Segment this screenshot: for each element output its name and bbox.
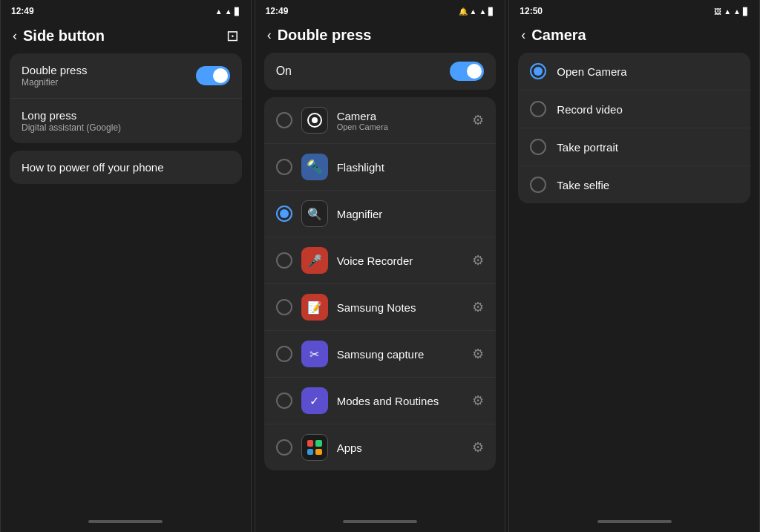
app-flashlight[interactable]: 🔦 Flashlight <box>264 144 497 191</box>
radio-magnifier[interactable] <box>276 206 292 222</box>
home-indicator-3 <box>597 520 672 523</box>
radio-camera[interactable] <box>276 112 292 128</box>
flashlight-icon: 🔦 <box>301 154 328 180</box>
apps-label: Apps <box>337 441 464 454</box>
settings-group-2: How to power off your phone <box>10 151 242 184</box>
grid-1 <box>307 440 314 447</box>
camera-options-group: Open Camera Record video Take portrait T… <box>518 53 750 203</box>
time-3: 12:50 <box>520 6 543 16</box>
status-bar-2: 12:49 🔔 ▲ ▲ ▊ <box>255 0 505 21</box>
radio-take-portrait[interactable] <box>530 139 546 155</box>
back-button-2[interactable]: ‹ <box>267 27 272 43</box>
toggle-knob-1 <box>213 68 228 83</box>
long-press-label: Long press <box>22 109 230 122</box>
camera-gear[interactable]: ⚙ <box>472 112 484 128</box>
notes-icon: 📝 <box>301 294 328 321</box>
app-modes[interactable]: ✓ Modes and Routines ⚙ <box>264 378 497 424</box>
grid-2 <box>315 440 322 447</box>
back-button-3[interactable]: ‹ <box>521 27 525 43</box>
app-notes[interactable]: 📝 Samsung Notes ⚙ <box>264 284 497 331</box>
radio-flashlight[interactable] <box>276 159 292 175</box>
radio-record-video[interactable] <box>530 101 546 117</box>
on-off-label: On <box>276 65 451 78</box>
voice-label: Voice Recorder <box>337 254 464 267</box>
double-press-sub: Magnifier <box>22 77 196 88</box>
radio-modes[interactable] <box>276 393 292 409</box>
camera-label: Camera Open Camera <box>337 110 464 131</box>
double-press-item[interactable]: Double press Magnifier <box>10 53 242 99</box>
bottom-bar-3 <box>509 514 759 532</box>
home-indicator-1 <box>88 520 163 523</box>
modes-label: Modes and Routines <box>337 395 464 407</box>
power-off-label: How to power off your phone <box>22 161 164 174</box>
apps-gear[interactable]: ⚙ <box>472 439 484 456</box>
time-1: 12:49 <box>11 6 34 16</box>
double-press-label: Double press <box>22 64 196 76</box>
camera-icon <box>301 107 328 134</box>
power-off-item[interactable]: How to power off your phone <box>10 151 242 184</box>
screen3-content: Open Camera Record video Take portrait T… <box>509 53 759 514</box>
battery-icon-3: ▊ <box>743 7 749 16</box>
screen-side-button: 12:49 ▲ ▲ ▊ ‹ Side button ⊡ Double press… <box>0 0 252 532</box>
modes-gear[interactable]: ⚙ <box>472 393 484 409</box>
battery-icon-2: ▊ <box>488 7 494 16</box>
signal-icon-2: ▲ <box>470 7 477 16</box>
magnifier-icon: 🔍 <box>301 200 328 227</box>
option-record-video[interactable]: Record video <box>518 91 750 128</box>
double-press-toggle[interactable] <box>196 66 230 85</box>
home-indicator-2 <box>343 520 417 523</box>
long-press-text: Long press Digital assistant (Google) <box>22 109 230 133</box>
radio-capture[interactable] <box>276 346 292 362</box>
radio-voice[interactable] <box>276 252 292 269</box>
screen-camera: 12:50 🖼 ▲ ▲ ▊ ‹ Camera Open Camera Recor… <box>508 0 760 532</box>
app-camera[interactable]: Camera Open Camera ⚙ <box>264 97 497 144</box>
magnifier-label: Magnifier <box>337 208 485 220</box>
modes-sym: ✓ <box>309 394 319 408</box>
radio-take-selfie[interactable] <box>530 177 546 193</box>
wifi-icon: ▲ <box>225 7 232 16</box>
grid-4 <box>315 449 322 456</box>
radio-notes[interactable] <box>276 299 292 315</box>
voice-sym: 🎤 <box>307 254 322 268</box>
notes-gear[interactable]: ⚙ <box>472 299 484 315</box>
screen1-header: ‹ Side button ⊡ <box>1 21 251 53</box>
modes-icon: ✓ <box>301 387 328 414</box>
double-press-text: Double press Magnifier <box>22 64 196 88</box>
flashlight-label: Flashlight <box>337 161 485 174</box>
app-apps[interactable]: Apps ⚙ <box>264 424 497 470</box>
capture-label: Samsung capture <box>337 348 464 361</box>
screen2-header: ‹ Double press <box>255 21 505 53</box>
record-video-label: Record video <box>557 103 622 116</box>
wifi-icon-3: ▲ <box>733 7 741 16</box>
on-off-toggle[interactable] <box>450 62 484 81</box>
app-magnifier[interactable]: 🔍 Magnifier <box>264 191 497 237</box>
option-take-selfie[interactable]: Take selfie <box>518 166 750 203</box>
settings-group-1: Double press Magnifier Long press Digita… <box>10 53 242 143</box>
apps-icon <box>301 434 328 461</box>
status-icons-3: 🖼 ▲ ▲ ▊ <box>714 7 749 16</box>
radio-open-camera-inner <box>534 67 543 76</box>
open-camera-label: Open Camera <box>557 65 626 78</box>
voice-gear[interactable]: ⚙ <box>472 252 484 269</box>
option-open-camera[interactable]: Open Camera <box>518 53 750 91</box>
option-take-portrait[interactable]: Take portrait <box>518 128 750 166</box>
status-bar-1: 12:49 ▲ ▲ ▊ <box>1 0 251 21</box>
scan-icon[interactable]: ⊡ <box>226 27 239 45</box>
take-portrait-label: Take portrait <box>557 141 618 154</box>
radio-open-camera[interactable] <box>530 63 546 79</box>
on-off-row: On <box>264 53 497 90</box>
status-icons-1: ▲ ▲ ▊ <box>215 7 240 16</box>
screen1-content: Double press Magnifier Long press Digita… <box>1 53 251 514</box>
back-button-1[interactable]: ‹ <box>13 28 17 44</box>
long-press-item[interactable]: Long press Digital assistant (Google) <box>10 99 242 143</box>
wifi-icon-2: ▲ <box>479 7 486 16</box>
status-bar-3: 12:50 🖼 ▲ ▲ ▊ <box>509 0 759 21</box>
capture-gear[interactable]: ⚙ <box>472 346 484 362</box>
app-voice[interactable]: 🎤 Voice Recorder ⚙ <box>264 237 497 284</box>
app-capture[interactable]: ✂ Samsung capture ⚙ <box>264 331 497 378</box>
status-icons-2: 🔔 ▲ ▲ ▊ <box>459 7 495 16</box>
grid-3 <box>307 449 314 456</box>
notes-sym: 📝 <box>307 301 322 315</box>
radio-apps[interactable] <box>276 439 292 456</box>
apps-grid <box>307 440 322 455</box>
